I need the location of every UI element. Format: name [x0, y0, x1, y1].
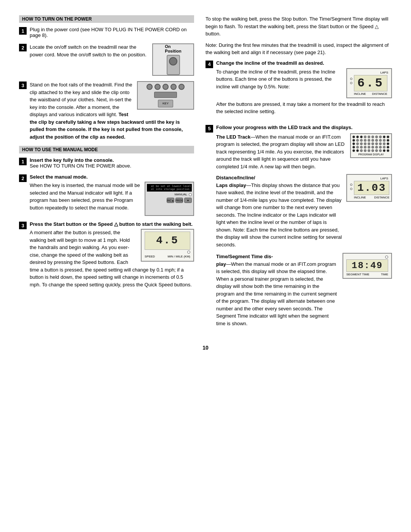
step-2-content: Locate the on/off switch on the treadmil… [30, 43, 194, 76]
led-17 [375, 139, 378, 142]
stop-belt-text: To stop the walking belt, press the Stop… [206, 15, 392, 38]
dot-1 [350, 78, 352, 80]
right-step-4: 4 Change the incline of the treadmill as… [206, 60, 392, 119]
incline-lcd: 6.5 [354, 75, 387, 91]
speed-label: SPEED [145, 254, 155, 259]
led-2 [356, 136, 359, 138]
speed-display-image: 4.5 SPEED MIN / MILE (km) [141, 229, 194, 262]
key-btn-1 [147, 84, 153, 90]
distance-label-4: DISTANCE [372, 92, 387, 96]
key-btn-3 [162, 84, 169, 90]
led-44 [364, 149, 366, 152]
speed-dot [187, 251, 190, 254]
manual-dot [189, 193, 192, 196]
led-4 [364, 136, 366, 138]
led-19 [383, 139, 386, 142]
time-segment-text: Time/Segment Time dis-play—When the manu… [216, 253, 339, 327]
manual-step-3-content: Press the Start button or the Speed △ bu… [30, 221, 194, 288]
step-1-content: Plug in the power cord (see HOW TO PLUG … [30, 27, 194, 38]
incline-btn: INC▲ [167, 198, 174, 203]
distance-incline-display: LAPS 1.03 INCLINE DISTANCE [346, 174, 392, 202]
led-5 [368, 136, 370, 138]
led-8 [379, 136, 382, 138]
distance-label-5: DISTANCE [374, 196, 389, 199]
led-26 [371, 142, 374, 145]
manual-step-3: 3 Press the Start button or the Speed △ … [19, 221, 194, 288]
speed-labels: SPEED MIN / MILE (km) [145, 254, 190, 259]
key-bar [154, 92, 177, 98]
manual-display: at be set at lowest level ol into storag… [147, 184, 192, 192]
led-33 [360, 146, 363, 149]
led-50 [387, 149, 389, 152]
led-30 [387, 142, 389, 145]
manual-console-image: at be set at lowest level ol into storag… [145, 182, 194, 216]
step-1-text: Plug in the power cord (see HOW TO PLUG … [30, 27, 187, 38]
time-label: TIME [381, 273, 388, 276]
step-3-number: 3 [19, 81, 27, 89]
right-column: To stop the walking belt, press the Stop… [206, 15, 392, 337]
key-btn-5 [178, 84, 185, 90]
step-5-title: Follow your progress with the LED track … [216, 125, 352, 130]
led-6 [371, 136, 374, 138]
led-49 [383, 149, 386, 152]
program-btn: PROG [175, 198, 183, 203]
power-section-header: HOW TO TURN ON THE POWER [19, 15, 194, 23]
led-grid [352, 136, 390, 152]
page-container: HOW TO TURN ON THE POWER 1 Plug in the p… [19, 15, 392, 337]
led-14 [364, 139, 366, 142]
time-lcd: 18:49 [346, 259, 388, 272]
dist-dot-1 [350, 184, 352, 186]
key-btn-2 [155, 84, 161, 90]
time-display-image: 18:49 SEGMENT TIME TIME [342, 253, 392, 279]
step-2-number: 2 [19, 44, 27, 51]
led-1 [352, 136, 355, 138]
on-position-image: OnPosition [152, 43, 194, 76]
led-35 [368, 146, 370, 149]
led-16 [371, 139, 374, 142]
led-23 [360, 142, 363, 145]
manual-step-1-content: Insert the key fully into the console. S… [30, 157, 194, 169]
incline-inner: 6.5 INCLINE DISTANCE [350, 75, 388, 96]
laps-label-4: LAPS [381, 71, 388, 74]
led-40 [387, 146, 389, 149]
led-track-display: PROGRAM DISPLAY [350, 133, 392, 158]
step-4-content: Change the incline of the treadmill as d… [216, 60, 392, 119]
step-4-title: Change the incline of the treadmill as d… [216, 60, 324, 66]
led-track-label: The LED Track [216, 134, 250, 140]
led-24 [364, 142, 366, 145]
dist-dot-2 [350, 188, 352, 190]
manual-step-2: 2 Select the manual mode. When the key i… [19, 174, 194, 216]
led-46 [371, 149, 374, 152]
manual-step-2-title: Select the manual mode. [30, 174, 88, 180]
led-25 [368, 142, 370, 145]
step-4-post-text: After the buttons are pressed, it may ta… [216, 101, 392, 115]
manual-section-header: HOW TO USE THE MANUAL MODE [19, 146, 194, 153]
led-20 [387, 139, 389, 142]
min-mile-label: MIN / MILE (km) [167, 254, 190, 259]
step-5-number: 5 [206, 125, 213, 133]
led-12 [356, 139, 359, 142]
laps-label-5: LAPS [381, 177, 388, 180]
distance-dots [350, 183, 352, 190]
time-labels: SEGMENT TIME TIME [346, 273, 388, 276]
led-9 [383, 136, 386, 138]
led-27 [375, 142, 378, 145]
program-display-label: PROGRAM DISPLAY [352, 153, 390, 156]
led-36 [371, 146, 374, 149]
led-34 [364, 146, 366, 149]
led-29 [383, 142, 386, 145]
led-45 [368, 149, 370, 152]
led-38 [379, 146, 382, 149]
key-slot: KEY [158, 100, 173, 107]
manual-step-2-number: 2 [19, 174, 27, 182]
led-31 [352, 146, 355, 149]
manual-label: MANUAL [175, 193, 187, 196]
switch-knob-icon [169, 57, 177, 66]
manual-step-1-text: See HOW TO TURN ON THE POWER above. [30, 163, 194, 169]
led-18 [379, 139, 382, 142]
left-column: HOW TO TURN ON THE POWER 1 Plug in the p… [19, 15, 194, 337]
incline-display-image: LAPS 6.5 INCLINE DISTANCE [346, 68, 392, 98]
step-5-content: Follow your progress with the LED track … [216, 125, 392, 332]
step-2-text: Locate the on/off switch on the treadmil… [30, 43, 148, 58]
manual-buttons-row: INC▲ PROG ▼ [147, 198, 192, 203]
